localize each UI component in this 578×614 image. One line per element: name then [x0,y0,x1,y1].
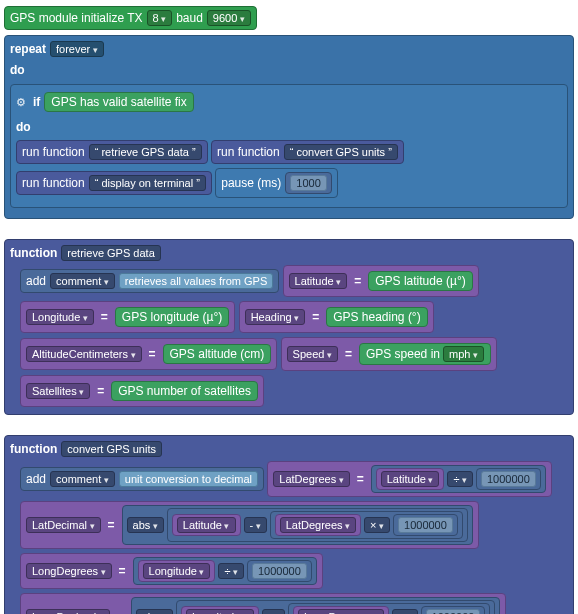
add-comment-block-1[interactable]: add comment retrieves all values from GP… [20,269,279,293]
math-sub-1[interactable]: Latitude - LatDegrees × 1000000 [167,508,468,542]
expr-altitude-cm[interactable]: GPS altitude (cm) [163,344,272,364]
run-func-name-3[interactable]: display on terminal [89,175,206,191]
math-mul-1[interactable]: LatDegrees × 1000000 [270,511,463,539]
run-func-label: run function [22,176,85,190]
ref-longitude-1[interactable]: Longitude [143,563,211,579]
set-latitude[interactable]: Latitude = GPS latitude (µ°) [283,265,479,297]
comment-text-1[interactable]: retrieves all values from GPS [119,273,273,289]
run-func-name-2[interactable]: convert GPS units [284,144,398,160]
set-lat-degrees[interactable]: LatDegrees = Latitude ÷ 1000000 [267,461,551,497]
if-keyword: if [33,95,40,109]
gps-init-block[interactable]: GPS module initialize TX 8 baud 9600 [4,6,257,30]
repeat-block[interactable]: repeat forever do if GPS has valid satel… [4,35,574,219]
math-div-1[interactable]: Latitude ÷ 1000000 [371,465,546,493]
ref-longitude-2[interactable]: Longitude [186,609,254,614]
pause-label: pause (ms) [221,176,281,190]
run-func-1[interactable]: run function retrieve GPS data [16,140,208,164]
op-div-2[interactable]: ÷ [218,563,244,579]
ref-latitude-1[interactable]: Latitude [381,471,440,487]
var-altitude-cm[interactable]: AltitudeCentimeters [26,346,142,362]
num-million-2[interactable]: 1000000 [398,517,453,533]
function-keyword: function [10,246,57,260]
repeat-keyword: repeat [10,42,46,56]
var-latitude[interactable]: Latitude [289,273,348,289]
ref-latitude-2[interactable]: Latitude [177,517,236,533]
var-lat-decimal[interactable]: LatDecimal [26,517,101,533]
add-comment-block-2[interactable]: add comment unit conversion to decimal [20,467,264,491]
var-satellites[interactable]: Satellites [26,383,90,399]
function-name-2[interactable]: convert GPS units [61,441,162,457]
repeat-mode-dropdown[interactable]: forever [50,41,104,57]
expr-satellites[interactable]: GPS number of satellites [111,381,258,401]
set-heading[interactable]: Heading = GPS heading (°) [239,301,434,333]
run-func-label: run function [22,145,85,159]
ref-longdeg[interactable]: LongDegrees [298,609,384,614]
expr-speed[interactable]: GPS speed in mph [359,343,491,365]
expr-latitude[interactable]: GPS latitude (µ°) [368,271,472,291]
var-long-decimal[interactable]: LongDecimal [26,609,110,614]
if-do-label: do [16,120,31,134]
set-long-degrees[interactable]: LongDegrees = Longitude ÷ 1000000 [20,553,323,589]
op-sub-1[interactable]: - [244,517,267,533]
op-mul-2[interactable]: × [392,609,418,614]
run-func-3[interactable]: run function display on terminal [16,171,212,195]
expr-heading[interactable]: GPS heading (°) [326,307,428,327]
ref-latdeg[interactable]: LatDegrees [280,517,356,533]
comment-dropdown-2[interactable]: comment [50,471,115,487]
set-lat-decimal[interactable]: LatDecimal = abs Latitude - LatDegrees ×… [20,501,479,549]
run-func-2[interactable]: run function convert GPS units [211,140,404,164]
repeat-do-label: do [10,63,25,77]
op-mul-1[interactable]: × [364,517,390,533]
speed-prefix: GPS speed in [366,347,440,361]
num-million-4[interactable]: 1000000 [426,609,481,614]
op-div-1[interactable]: ÷ [447,471,473,487]
abs-dropdown-1[interactable]: abs [127,517,164,533]
function-name-1[interactable]: retrieve GPS data [61,245,160,261]
set-long-decimal[interactable]: LongDecimal = abs Longitude - LongDegree… [20,593,506,614]
gear-icon[interactable] [16,95,29,109]
pause-block[interactable]: pause (ms) 1000 [215,168,338,198]
comment-dropdown-1[interactable]: comment [50,273,115,289]
abs-wrap-1[interactable]: abs Latitude - LatDegrees × 1000000 [122,505,473,545]
run-func-label: run function [217,145,280,159]
equals: = [351,274,364,288]
if-block[interactable]: if GPS has valid satellite fix do run fu… [10,84,568,208]
abs-dropdown-2[interactable]: abs [136,609,173,614]
baud-label: baud [176,11,203,25]
num-million-3[interactable]: 1000000 [252,563,307,579]
math-div-2[interactable]: Longitude ÷ 1000000 [133,557,317,585]
run-func-name-1[interactable]: retrieve GPS data [89,144,202,160]
function-convert-gps-units[interactable]: function convert GPS units add comment u… [4,435,574,614]
math-mul-2[interactable]: LongDegrees × 1000000 [288,603,490,614]
var-lat-degrees[interactable]: LatDegrees [273,471,349,487]
var-longitude[interactable]: Longitude [26,309,94,325]
speed-unit-dropdown[interactable]: mph [443,346,484,362]
tx-pin-dropdown[interactable]: 8 [147,10,173,26]
set-satellites[interactable]: Satellites = GPS number of satellites [20,375,264,407]
baud-dropdown[interactable]: 9600 [207,10,251,26]
comment-text-2[interactable]: unit conversion to decimal [119,471,258,487]
function-retrieve-gps-data[interactable]: function retrieve GPS data add comment r… [4,239,574,415]
pause-ms-input[interactable]: 1000 [290,175,326,191]
var-long-degrees[interactable]: LongDegrees [26,563,112,579]
pause-value-wrapper: 1000 [285,172,331,194]
set-altitude-cm[interactable]: AltitudeCentimeters = GPS altitude (cm) [20,338,277,370]
gps-init-label: GPS module initialize TX [10,11,143,25]
add-label: add [26,274,46,288]
abs-wrap-2[interactable]: abs Longitude - LongDegrees × 1000000 [131,597,501,614]
var-speed[interactable]: Speed [287,346,338,362]
add-label: add [26,472,46,486]
var-heading[interactable]: Heading [245,309,306,325]
set-speed[interactable]: Speed = GPS speed in mph [281,337,497,371]
math-sub-2[interactable]: Longitude - LongDegrees × 1000000 [176,600,495,614]
function-keyword: function [10,442,57,456]
set-longitude[interactable]: Longitude = GPS longitude (µ°) [20,301,235,333]
if-condition[interactable]: GPS has valid satellite fix [44,92,193,112]
expr-longitude[interactable]: GPS longitude (µ°) [115,307,229,327]
op-sub-2[interactable]: - [262,609,285,614]
num-million-1[interactable]: 1000000 [481,471,536,487]
